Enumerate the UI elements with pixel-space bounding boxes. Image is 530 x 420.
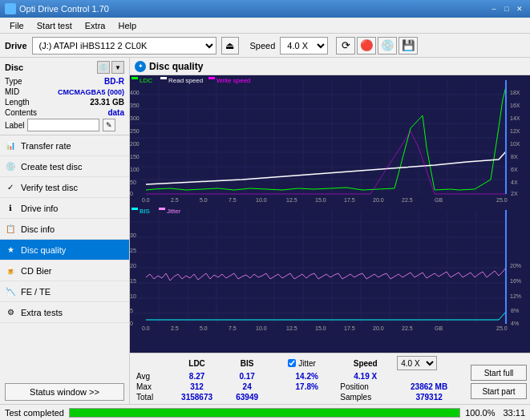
svg-text:6X: 6X [511,167,518,172]
toolbar-btn-4[interactable]: 💾 [399,37,418,55]
svg-text:12.5: 12.5 [286,325,297,331]
svg-text:0.0: 0.0 [142,325,150,331]
svg-rect-21 [131,77,138,79]
nav-disc-quality[interactable]: ★ Disc quality [0,240,129,260]
nav-drive-info[interactable]: ℹ Drive info [0,198,129,219]
drive-select[interactable]: (J:) ATAPI iHBS112 2 CL0K [32,37,216,55]
disc-label-row: Label ✎ [5,119,124,131]
col-ldc-header: LDC [168,355,225,371]
disc-mid-row: MID CMCMAGBA5 (000) [5,87,124,96]
nav-cd-bier[interactable]: 🍺 CD Bier [0,260,129,281]
col-bis-header: BIS [225,355,269,371]
disc-contents-row: Contents data [5,108,124,117]
svg-text:250: 250 [130,128,140,134]
total-label: Total [133,392,168,402]
svg-text:400: 400 [130,90,140,95]
toolbar-buttons: ⟳ 🔴 💿 💾 [336,37,418,55]
svg-text:100: 100 [130,167,140,172]
toolbar-btn-2[interactable]: 🔴 [357,37,376,55]
mid-value: CMCMAGBA5 (000) [58,88,124,96]
disc-section: Disc 💿 ▼ Type BD-R MID CMCMAGBA5 (000) L… [0,58,129,135]
speed-select[interactable]: 4.0 X [280,37,328,55]
app-title: Opti Drive Control 1.70 [19,4,109,14]
svg-text:GB: GB [435,197,443,203]
svg-text:15: 15 [130,278,136,284]
nav-extra-tests-label: Extra tests [21,308,63,317]
max-ldc: 312 [168,382,225,392]
menu-help[interactable]: Help [111,19,143,32]
svg-rect-0 [130,75,530,200]
svg-text:30: 30 [130,232,136,238]
svg-text:5.0: 5.0 [200,325,208,331]
type-value: BD-R [104,77,124,86]
toolbar-btn-1[interactable]: ⟳ [336,37,355,55]
svg-text:GB: GB [435,325,443,331]
toolbar-btn-3[interactable]: 💿 [378,37,397,55]
menu-file[interactable]: File [3,19,30,32]
nav-disc-info-label: Disc info [21,224,55,234]
menu-extra[interactable]: Extra [79,19,112,32]
disc-icon-2[interactable]: ▼ [111,61,124,74]
svg-text:10.0: 10.0 [256,197,267,203]
svg-rect-79 [131,208,138,210]
svg-text:2X: 2X [511,191,518,196]
svg-text:Jitter: Jitter [167,208,181,215]
max-jitter: 17.8% [285,382,329,392]
nav-verify-test-disc[interactable]: ✓ Verify test disc [0,177,129,198]
svg-text:4%: 4% [511,321,519,326]
create-test-disc-icon: 💿 [5,161,16,172]
content-area: ✦ Disc quality [130,58,530,404]
start-part-button[interactable]: Start part [471,383,527,399]
svg-text:25.0: 25.0 [496,325,508,331]
label-input[interactable] [27,119,99,131]
eject-button[interactable]: ⏏ [221,37,239,55]
speed-col-header: Speed [337,355,394,371]
nav-fe-te[interactable]: 📉 FE / TE [0,281,129,302]
avg-bis: 0.17 [225,371,269,382]
stats-table: LDC BIS Jitter Speed [133,355,464,402]
svg-text:150: 150 [130,154,140,160]
nav-items: 📊 Transfer rate 💿 Create test disc ✓ Ver… [0,135,129,380]
extra-tests-icon: ⚙ [5,307,16,318]
svg-text:BIS: BIS [140,208,150,215]
svg-text:200: 200 [130,141,140,147]
svg-text:18X: 18X [510,90,520,95]
sidebar: Disc 💿 ▼ Type BD-R MID CMCMAGBA5 (000) L… [0,58,130,404]
svg-rect-25 [208,77,215,79]
close-button[interactable]: ✕ [514,3,525,14]
svg-text:12.5: 12.5 [286,197,297,203]
stats-speed-select[interactable]: 4.0 X [397,356,437,370]
svg-text:22.5: 22.5 [402,325,413,331]
maximize-button[interactable]: □ [501,3,512,14]
svg-text:10.0: 10.0 [256,325,267,331]
label-edit-button[interactable]: ✎ [103,119,115,131]
menu-start-test[interactable]: Start test [30,19,79,32]
nav-transfer-rate[interactable]: 📊 Transfer rate [0,135,129,156]
disc-label-label: Label [5,121,24,130]
nav-drive-info-label: Drive info [21,204,58,213]
titlebar: Opti Drive Control 1.70 – □ ✕ [0,0,530,18]
jitter-checkbox[interactable] [288,359,296,367]
max-label: Max [133,382,168,392]
start-full-button[interactable]: Start full [471,365,527,381]
total-ldc: 3158673 [168,392,225,402]
nav-create-test-disc[interactable]: 💿 Create test disc [0,156,129,177]
nav-disc-info[interactable]: 📋 Disc info [0,219,129,240]
avg-label: Avg [133,371,168,382]
disc-icon-1[interactable]: 💿 [97,61,110,74]
svg-rect-81 [159,208,165,210]
status-window-button[interactable]: Status window >> [5,383,124,401]
position-label: Position [337,382,394,392]
nav-extra-tests[interactable]: ⚙ Extra tests [0,302,129,323]
svg-text:16%: 16% [510,278,521,284]
main-content: Disc 💿 ▼ Type BD-R MID CMCMAGBA5 (000) L… [0,58,530,404]
svg-text:20: 20 [130,263,136,269]
svg-text:Write speed: Write speed [216,77,251,84]
svg-text:12%: 12% [510,293,521,299]
svg-text:10X: 10X [510,141,520,147]
svg-text:16X: 16X [510,103,520,108]
minimize-button[interactable]: – [488,3,500,14]
jitter-label: Jitter [298,359,316,368]
svg-text:7.5: 7.5 [229,197,237,203]
disc-quality-header: ✦ Disc quality [130,58,530,75]
